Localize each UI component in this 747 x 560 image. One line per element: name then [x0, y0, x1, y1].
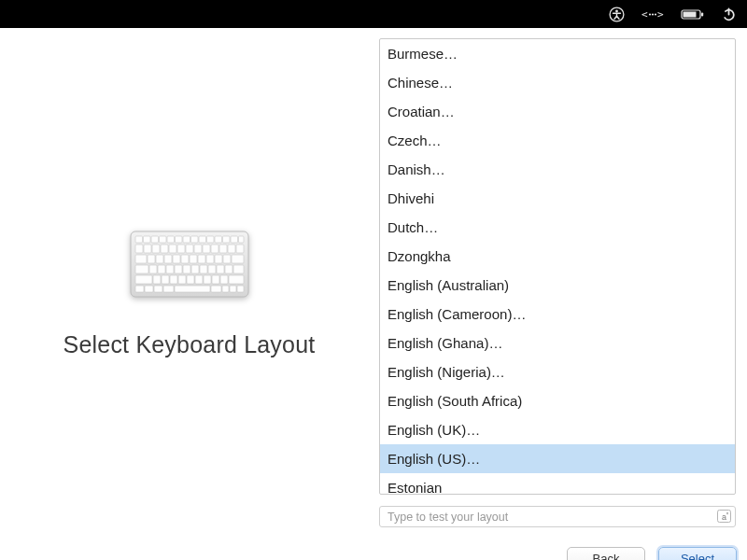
back-button[interactable]: Back	[567, 547, 645, 560]
svg-rect-48	[206, 255, 214, 263]
svg-point-3	[649, 13, 651, 15]
layout-option[interactable]: English (UK)…	[380, 415, 735, 444]
svg-rect-14	[143, 236, 150, 243]
svg-rect-53	[149, 265, 157, 273]
svg-rect-40	[135, 255, 147, 263]
svg-rect-18	[175, 236, 182, 243]
layout-option[interactable]: Danish…	[380, 155, 735, 184]
svg-rect-82	[230, 286, 236, 292]
svg-rect-70	[195, 275, 203, 284]
svg-rect-38	[228, 245, 235, 253]
svg-rect-31	[169, 245, 176, 253]
svg-rect-26	[238, 236, 244, 243]
svg-rect-43	[164, 255, 172, 263]
svg-rect-59	[200, 265, 207, 273]
svg-rect-41	[148, 255, 155, 263]
svg-rect-24	[222, 236, 230, 243]
layout-option[interactable]: English (Australian)	[380, 271, 735, 300]
layout-option[interactable]: English (Ghana)…	[380, 329, 735, 357]
layout-option[interactable]: Dhivehi	[380, 184, 735, 213]
svg-point-4	[652, 13, 654, 15]
svg-rect-34	[194, 245, 202, 253]
svg-rect-32	[177, 245, 185, 253]
svg-rect-16	[159, 236, 166, 243]
svg-rect-73	[220, 275, 228, 284]
svg-rect-9	[701, 12, 703, 16]
svg-rect-71	[204, 275, 211, 284]
svg-point-1	[615, 9, 618, 12]
left-pane: Select Keyboard Layout	[0, 28, 378, 495]
svg-rect-64	[135, 275, 152, 284]
svg-rect-15	[151, 236, 159, 243]
layout-option[interactable]: Czech…	[380, 126, 735, 155]
battery-icon[interactable]	[681, 8, 705, 21]
svg-rect-19	[183, 236, 190, 243]
layout-option[interactable]: Dzongkha	[380, 242, 735, 271]
power-icon[interactable]	[722, 7, 736, 21]
svg-rect-46	[190, 255, 197, 263]
svg-rect-23	[215, 236, 222, 243]
keyboard-layout-list[interactable]: Afghan DariAfghan PashtoAfghan UzbekArab…	[379, 38, 736, 495]
svg-rect-50	[223, 255, 231, 263]
svg-rect-78	[163, 286, 174, 292]
svg-rect-49	[215, 255, 222, 263]
svg-rect-21	[199, 236, 206, 243]
layout-option[interactable]: English (US)…	[380, 444, 735, 473]
svg-rect-17	[167, 236, 175, 243]
svg-rect-60	[208, 265, 216, 273]
menubar: <>	[0, 0, 747, 28]
svg-rect-79	[175, 286, 210, 292]
layout-option[interactable]: Chinese…	[380, 68, 735, 97]
svg-rect-62	[225, 265, 233, 273]
svg-rect-56	[175, 265, 182, 273]
svg-rect-83	[237, 286, 244, 292]
layout-option[interactable]: English (Nigeria)…	[380, 357, 735, 386]
svg-rect-66	[162, 275, 169, 284]
svg-rect-72	[212, 275, 219, 284]
setup-assistant-panel: Select Keyboard Layout Afghan DariAfghan…	[0, 28, 747, 560]
layout-option[interactable]: Croatian…	[380, 97, 735, 126]
test-layout-input[interactable]	[379, 506, 736, 527]
svg-rect-55	[166, 265, 174, 273]
footer-buttons: Back Select	[0, 536, 747, 560]
svg-rect-22	[206, 236, 214, 243]
svg-rect-51	[232, 255, 244, 263]
svg-rect-65	[153, 275, 161, 284]
svg-rect-69	[187, 275, 194, 284]
keyboard-icon	[130, 231, 249, 301]
svg-rect-75	[135, 286, 144, 292]
svg-rect-67	[170, 275, 177, 284]
svg-rect-57	[183, 265, 190, 273]
layout-option[interactable]: English (South Africa)	[380, 386, 735, 415]
svg-rect-20	[190, 236, 198, 243]
svg-rect-80	[211, 286, 221, 292]
svg-rect-52	[135, 265, 148, 273]
svg-rect-29	[152, 245, 160, 253]
svg-rect-8	[684, 11, 697, 17]
svg-rect-30	[161, 245, 168, 253]
svg-rect-61	[217, 265, 224, 273]
page-title: Select Keyboard Layout	[63, 331, 316, 358]
layout-option[interactable]: English (Cameroon)…	[380, 300, 735, 329]
svg-rect-33	[186, 245, 193, 253]
svg-rect-35	[203, 245, 210, 253]
svg-rect-36	[211, 245, 218, 253]
layout-option[interactable]: Dutch…	[380, 213, 735, 242]
svg-point-5	[655, 13, 656, 15]
svg-rect-76	[145, 286, 153, 292]
svg-rect-37	[219, 245, 227, 253]
accessibility-icon[interactable]	[609, 7, 625, 22]
svg-rect-77	[154, 286, 162, 292]
layout-option[interactable]: Burmese…	[380, 39, 735, 68]
svg-rect-74	[229, 275, 244, 284]
svg-rect-68	[178, 275, 186, 284]
svg-rect-58	[191, 265, 199, 273]
network-icon[interactable]: <>	[641, 8, 664, 21]
layout-option[interactable]: Estonian	[380, 473, 735, 494]
select-button[interactable]: Select	[658, 547, 737, 560]
svg-rect-45	[181, 255, 189, 263]
svg-rect-44	[173, 255, 180, 263]
svg-rect-13	[135, 236, 143, 243]
svg-text:<: <	[641, 8, 648, 21]
test-layout-field-wrap: a	[379, 506, 736, 527]
